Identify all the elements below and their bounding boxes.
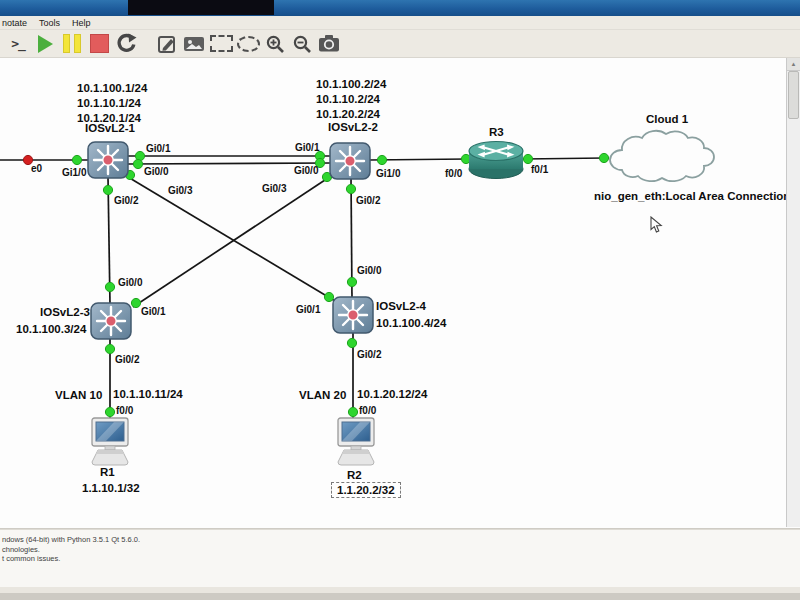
suspend-button[interactable] bbox=[60, 32, 84, 56]
pc-icon bbox=[85, 417, 135, 469]
port-label[interactable]: Gi0/1 bbox=[146, 143, 170, 154]
port-label[interactable]: Gi0/3 bbox=[262, 183, 286, 194]
node-r1[interactable] bbox=[85, 417, 135, 469]
node-label[interactable]: R1 bbox=[100, 466, 115, 478]
ip-label[interactable]: 10.1.100.4/24 bbox=[376, 317, 446, 329]
ip-label[interactable]: 10.1.100.3/24 bbox=[16, 323, 86, 335]
menu-item-notate[interactable]: notate bbox=[0, 18, 33, 28]
vlan-label[interactable]: VLAN 10 bbox=[55, 389, 102, 401]
port-label[interactable]: Gi0/1 bbox=[141, 306, 165, 317]
ip-label[interactable]: 1.1.20.2/32 bbox=[331, 482, 401, 498]
stop-button[interactable] bbox=[87, 32, 111, 56]
port-label[interactable]: Gi1/0 bbox=[62, 167, 86, 178]
stop-icon bbox=[90, 34, 109, 53]
scrollbar-up-arrow-icon[interactable]: ▲ bbox=[787, 58, 800, 71]
zoom-out-icon bbox=[292, 34, 312, 54]
menu-item-tools[interactable]: Tools bbox=[33, 18, 66, 28]
node-r2[interactable] bbox=[331, 417, 381, 469]
vlan-label[interactable]: VLAN 20 bbox=[299, 389, 346, 401]
port-label[interactable]: f0/0 bbox=[445, 168, 462, 179]
console-output: ndows (64-bit) with Python 3.5.1 Qt 5.6.… bbox=[0, 535, 800, 564]
console-button[interactable]: >_ bbox=[6, 32, 30, 56]
port-label[interactable]: Gi0/2 bbox=[357, 349, 381, 360]
image-icon bbox=[183, 34, 205, 53]
node-label[interactable]: IOSvL2-1 bbox=[85, 122, 135, 134]
port-label[interactable]: f0/0 bbox=[116, 405, 133, 416]
console-line: ndows (64-bit) with Python 3.5.1 Qt 5.6.… bbox=[0, 535, 800, 545]
node-iosvl2-2[interactable] bbox=[329, 142, 371, 180]
port-label[interactable]: Gi0/2 bbox=[356, 195, 380, 206]
console-line: t common issues. bbox=[0, 554, 800, 564]
switch-icon bbox=[332, 296, 374, 334]
node-label[interactable]: IOSvL2-3 bbox=[40, 306, 90, 318]
node-label[interactable]: IOSvL2-2 bbox=[328, 121, 378, 133]
cloud-icon bbox=[600, 126, 726, 190]
insert-image-button[interactable] bbox=[182, 32, 206, 56]
port-label[interactable]: Gi0/2 bbox=[115, 354, 139, 365]
node-iosvl2-1[interactable] bbox=[87, 141, 129, 179]
port-label[interactable]: Gi0/0 bbox=[118, 277, 142, 288]
node-label[interactable]: IOSvL2-4 bbox=[376, 300, 426, 312]
menu-item-help[interactable]: Help bbox=[66, 18, 97, 28]
reload-icon bbox=[116, 33, 137, 54]
ip-label[interactable]: 10.1.100.2/24 bbox=[316, 78, 386, 90]
draw-rectangle-button[interactable] bbox=[209, 32, 233, 56]
zoom-in-button[interactable] bbox=[263, 32, 287, 56]
console-line: chnologies. bbox=[0, 545, 800, 555]
port-label[interactable]: Gi1/0 bbox=[376, 168, 400, 179]
ip-label[interactable]: 10.1.10.11/24 bbox=[113, 388, 183, 400]
node-iosvl2-4[interactable] bbox=[332, 296, 374, 334]
ip-label[interactable]: 10.1.20.2/24 bbox=[316, 108, 380, 120]
node-cloud1[interactable] bbox=[600, 126, 726, 190]
switch-icon bbox=[87, 141, 129, 179]
ellipse-icon bbox=[237, 36, 260, 52]
zoom-out-button[interactable] bbox=[290, 32, 314, 56]
title-bar-dark-patch bbox=[128, 0, 274, 15]
play-icon bbox=[38, 35, 53, 53]
node-label[interactable]: Cloud 1 bbox=[646, 113, 688, 125]
ip-label[interactable]: 1.1.10.1/32 bbox=[82, 482, 140, 494]
node-label[interactable]: R3 bbox=[489, 126, 504, 138]
pc-icon bbox=[331, 417, 381, 469]
menu-bar: notateToolsHelp bbox=[0, 16, 800, 30]
console-panel[interactable]: ndows (64-bit) with Python 3.5.1 Qt 5.6.… bbox=[0, 529, 800, 587]
scrollbar-thumb[interactable] bbox=[788, 71, 799, 119]
title-bar bbox=[0, 0, 800, 16]
port-label[interactable]: Gi0/0 bbox=[294, 165, 318, 176]
add-note-button[interactable] bbox=[155, 32, 179, 56]
node-label[interactable]: R2 bbox=[347, 469, 362, 481]
reload-button[interactable] bbox=[114, 32, 138, 56]
canvas-vertical-scrollbar[interactable]: ▲ bbox=[786, 58, 800, 527]
camera-icon bbox=[318, 34, 340, 53]
port-label[interactable]: Gi0/1 bbox=[296, 304, 320, 315]
console-icon: >_ bbox=[11, 36, 25, 51]
zoom-in-icon bbox=[265, 34, 285, 54]
ip-label[interactable]: 10.1.10.2/24 bbox=[316, 93, 380, 105]
ip-label[interactable]: 10.1.100.1/24 bbox=[77, 82, 147, 94]
cloud-nio-label[interactable]: nio_gen_eth:Local Area Connection bbox=[594, 190, 790, 202]
port-label[interactable]: Gi0/2 bbox=[114, 195, 138, 206]
port-label[interactable]: f0/0 bbox=[359, 405, 376, 416]
screenshot-button[interactable] bbox=[317, 32, 341, 56]
toolbar: >_ bbox=[0, 30, 800, 58]
port-label[interactable]: Gi0/0 bbox=[357, 265, 381, 276]
start-button[interactable] bbox=[33, 32, 57, 56]
window-edge bbox=[0, 593, 800, 600]
port-label[interactable]: e0 bbox=[31, 163, 42, 174]
switch-icon bbox=[329, 142, 371, 180]
switch-icon bbox=[90, 302, 132, 340]
note-icon bbox=[157, 34, 177, 54]
pause-icon bbox=[63, 34, 81, 53]
port-label[interactable]: Gi0/0 bbox=[144, 166, 168, 177]
gns3-window: notateToolsHelp >_ e0Gi1/0Gi0/1Gi0/0Gi0/… bbox=[0, 0, 800, 600]
port-label[interactable]: Gi0/3 bbox=[168, 185, 192, 196]
port-label[interactable]: Gi0/1 bbox=[295, 142, 319, 153]
ip-label[interactable]: 10.1.20.12/24 bbox=[357, 388, 427, 400]
node-iosvl2-3[interactable] bbox=[90, 302, 132, 340]
router-icon bbox=[468, 140, 524, 180]
node-r3[interactable] bbox=[468, 140, 524, 180]
draw-ellipse-button[interactable] bbox=[236, 32, 260, 56]
port-label[interactable]: f0/1 bbox=[531, 164, 548, 175]
rectangle-icon bbox=[210, 35, 233, 52]
ip-label[interactable]: 10.1.10.1/24 bbox=[77, 97, 141, 109]
